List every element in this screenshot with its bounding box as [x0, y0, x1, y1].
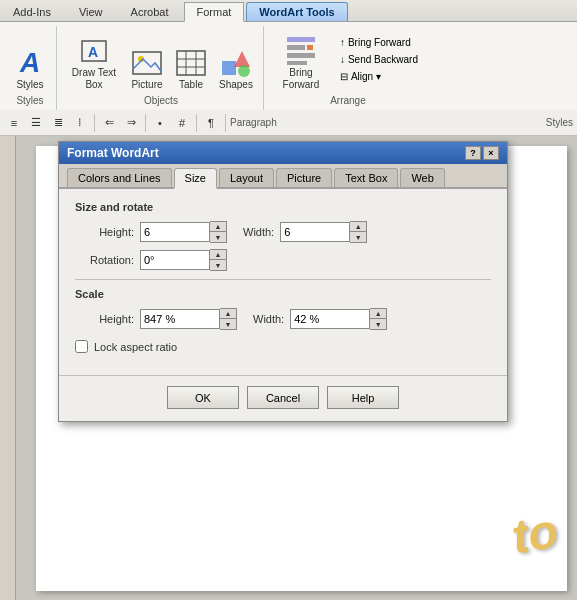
svg-rect-12: [287, 37, 315, 42]
draw-text-box-label: Draw Text Box: [69, 67, 119, 91]
align-button[interactable]: ⊟ Align ▾: [334, 69, 424, 84]
tab-acrobat[interactable]: Acrobat: [118, 2, 182, 21]
list-btn[interactable]: •: [150, 113, 170, 133]
lock-aspect-checkbox[interactable]: [75, 340, 88, 353]
styles-label: Styles: [16, 79, 43, 91]
dialog-close-btn[interactable]: ×: [483, 146, 499, 160]
scale-height-down-btn[interactable]: ▼: [220, 319, 236, 329]
rotation-spinner[interactable]: ▲ ▼: [140, 249, 227, 271]
table-label: Table: [179, 79, 203, 91]
picture-label: Picture: [131, 79, 162, 91]
shapes-label: Shapes: [219, 79, 253, 91]
send-backward-button[interactable]: ↓ Send Backward: [334, 52, 424, 67]
tab-layout[interactable]: Layout: [219, 168, 274, 187]
ribbon-content: A Styles Styles A Draw Text Box: [0, 22, 577, 110]
width-down-btn[interactable]: ▼: [350, 232, 366, 242]
dialog-question-btn[interactable]: ?: [465, 146, 481, 160]
tab-view[interactable]: View: [66, 2, 116, 21]
dialog-titlebar: Format WordArt ? ×: [59, 142, 507, 164]
scale-width-spinner[interactable]: ▲ ▼: [290, 308, 387, 330]
wordart-preview: to: [507, 502, 561, 564]
width-input[interactable]: [280, 222, 350, 242]
paragraph-group-label: Paragraph: [230, 117, 277, 128]
bring-forward-button[interactable]: ↑ Bring Forward: [334, 35, 424, 50]
tab-text-box[interactable]: Text Box: [334, 168, 398, 187]
rotation-down-btn[interactable]: ▼: [210, 260, 226, 270]
num-list-btn[interactable]: #: [172, 113, 192, 133]
rotation-spinner-btns: ▲ ▼: [210, 249, 227, 271]
table-button[interactable]: Table: [171, 45, 211, 93]
justify-btn[interactable]: ⁞: [70, 113, 90, 133]
ribbon-tab-bar: Add-Ins View Acrobat Format WordArt Tool…: [0, 0, 577, 22]
tab-wordart-tools[interactable]: WordArt Tools: [246, 2, 347, 21]
svg-rect-9: [222, 61, 236, 75]
styles-icon: A: [14, 47, 46, 79]
dialog-footer: OK Cancel Help: [59, 375, 507, 421]
scale-height-row: Height: ▲ ▼ Width: ▲: [75, 308, 491, 330]
svg-rect-4: [177, 51, 205, 75]
height-down-btn[interactable]: ▼: [210, 232, 226, 242]
styles-group-label2: Styles: [546, 117, 573, 128]
indent-less-btn[interactable]: ⇐: [99, 113, 119, 133]
styles-group-items: A Styles: [10, 26, 50, 93]
help-button[interactable]: Help: [327, 386, 399, 409]
svg-rect-13: [287, 45, 305, 50]
tab-web[interactable]: Web: [400, 168, 444, 187]
tab-picture[interactable]: Picture: [276, 168, 332, 187]
width-spinner[interactable]: ▲ ▼: [280, 221, 367, 243]
section-divider: [75, 279, 491, 280]
scale-width-spinner-btns: ▲ ▼: [370, 308, 387, 330]
align-icon: ⊟: [340, 71, 348, 82]
scale-width-down-btn[interactable]: ▼: [370, 319, 386, 329]
dialog-title-controls: ? ×: [465, 146, 499, 160]
ok-button[interactable]: OK: [167, 386, 239, 409]
styles-button[interactable]: A Styles: [10, 45, 50, 93]
scale-height-spinner[interactable]: ▲ ▼: [140, 308, 237, 330]
wrap-text-icon: [285, 35, 317, 67]
scale-width-input[interactable]: [290, 309, 370, 329]
height-spinner[interactable]: ▲ ▼: [140, 221, 227, 243]
height-row: Height: ▲ ▼ Width: ▲: [75, 221, 491, 243]
scale-width-label: Width:: [237, 313, 290, 325]
svg-marker-10: [234, 51, 250, 67]
toolbar-row: ≡ ☰ ≣ ⁞ ⇐ ⇒ • # ¶ Paragraph Styles: [0, 110, 577, 136]
draw-text-box-icon: A: [78, 35, 110, 67]
height-input[interactable]: [140, 222, 210, 242]
ribbon-group-styles: A Styles Styles: [4, 26, 57, 110]
rotation-input[interactable]: [140, 250, 210, 270]
rotation-up-btn[interactable]: ▲: [210, 250, 226, 260]
scale-height-input[interactable]: [140, 309, 220, 329]
align-label: Align ▾: [351, 71, 381, 82]
wrap-text-button[interactable]: Bring Forward: [272, 33, 330, 93]
objects-group-label: Objects: [65, 93, 257, 110]
tab-size[interactable]: Size: [174, 168, 217, 189]
scale-width-up-btn[interactable]: ▲: [370, 309, 386, 319]
tab-add-ins[interactable]: Add-Ins: [0, 2, 64, 21]
separator-3: [196, 114, 197, 132]
align-center-btn[interactable]: ☰: [26, 113, 46, 133]
separator-1: [94, 114, 95, 132]
wrap-text-label: Bring Forward: [276, 67, 326, 91]
height-spinner-btns: ▲ ▼: [210, 221, 227, 243]
shapes-button[interactable]: Shapes: [215, 45, 257, 93]
cancel-button[interactable]: Cancel: [247, 386, 319, 409]
draw-text-box-button[interactable]: A Draw Text Box: [65, 33, 123, 93]
send-backward-icon: ↓: [340, 54, 345, 65]
picture-button[interactable]: Picture: [127, 45, 167, 93]
width-up-btn[interactable]: ▲: [350, 222, 366, 232]
svg-rect-14: [287, 53, 315, 58]
tab-colors-lines[interactable]: Colors and Lines: [67, 168, 172, 187]
svg-rect-15: [287, 61, 307, 65]
scale-height-up-btn[interactable]: ▲: [220, 309, 236, 319]
indent-more-btn[interactable]: ⇒: [121, 113, 141, 133]
align-left-btn[interactable]: ≡: [4, 113, 24, 133]
width-label: Width:: [227, 226, 280, 238]
size-rotate-section: Size and rotate Height: ▲ ▼ Width:: [75, 201, 491, 271]
align-right-btn[interactable]: ≣: [48, 113, 68, 133]
para-mark-btn[interactable]: ¶: [201, 113, 221, 133]
scale-section: Scale Height: ▲ ▼ Width:: [75, 288, 491, 330]
height-up-btn[interactable]: ▲: [210, 222, 226, 232]
objects-group-items: A Draw Text Box Picture: [65, 26, 257, 93]
width-spinner-btns: ▲ ▼: [350, 221, 367, 243]
tab-format[interactable]: Format: [184, 2, 245, 22]
